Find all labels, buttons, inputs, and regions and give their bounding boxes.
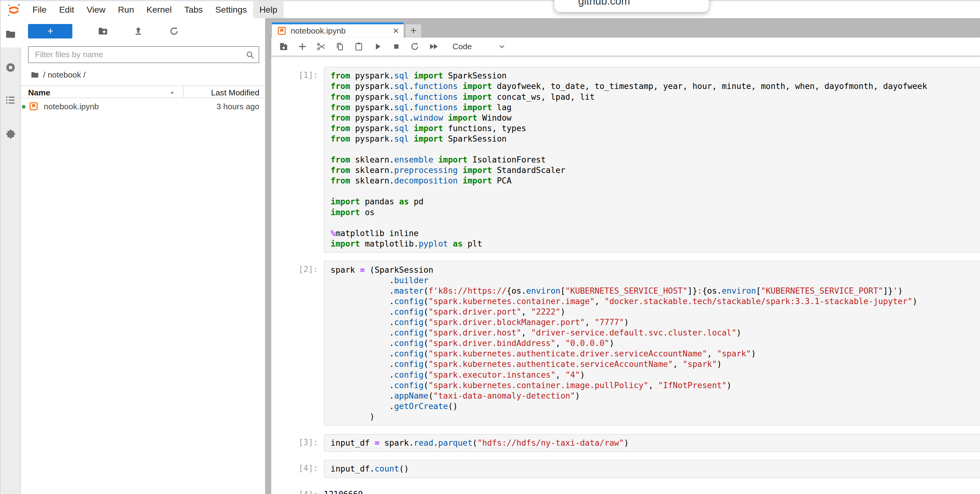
code-line: .getOrCreate(): [331, 401, 980, 411]
menu-item-tabs[interactable]: Tabs: [178, 1, 209, 18]
notebook-cell: [4]:input_df.count(): [271, 460, 980, 478]
code-line: [331, 218, 980, 228]
filter-files-box: [28, 46, 259, 63]
menu-item-view[interactable]: View: [80, 1, 112, 18]
notebook-content: [1]:from pyspark.sql import SparkSession…: [271, 56, 980, 494]
code-line: .config("spark.driver.bindAddress", "0.0…: [331, 338, 980, 348]
notebook-cell: [2]:spark = (SparkSession .builder .mast…: [271, 261, 980, 426]
tab-notebook[interactable]: notebook.ipynb ×: [272, 22, 404, 38]
cell-input-editor[interactable]: spark = (SparkSession .builder .master(f…: [324, 261, 980, 426]
code-line: .builder: [331, 275, 980, 286]
code-line: .config("spark.driver.port", "2222"): [331, 307, 980, 317]
run-icon[interactable]: [372, 41, 382, 51]
insert-cell-icon[interactable]: [298, 41, 307, 51]
code-line: .master(f'k8s://https://{os.environ["KUB…: [331, 286, 980, 296]
chevron-down-icon[interactable]: [498, 43, 506, 50]
menu-item-help[interactable]: Help: [253, 1, 283, 18]
file-browser-icon[interactable]: [5, 29, 16, 40]
code-line: [331, 144, 980, 154]
file-list-header: Name Last Modified: [21, 86, 265, 98]
cell-input-editor[interactable]: from pyspark.sql import SparkSessionfrom…: [324, 67, 980, 253]
code-line: import matplotlib.pyplot as plt: [331, 238, 980, 249]
breadcrumb[interactable]: / notebook /: [30, 70, 85, 80]
file-list-item[interactable]: notebook.ipynb 3 hours ago: [21, 98, 265, 114]
cell-prompt: [2]:: [271, 261, 324, 426]
menu-item-file[interactable]: File: [26, 1, 52, 18]
filter-files-input[interactable]: [29, 47, 259, 62]
column-header-name[interactable]: Name: [28, 88, 50, 98]
code-line: from sklearn.preprocessing import Standa…: [331, 165, 980, 175]
table-of-contents-icon[interactable]: [5, 94, 16, 106]
file-last-modified: 3 hours ago: [216, 102, 259, 111]
cell-input-editor[interactable]: input_df = spark.read.parquet("hdfs://hd…: [324, 434, 980, 452]
tab-bar: notebook.ipynb × +: [271, 18, 980, 38]
github-popup-text: github.com: [578, 0, 630, 6]
restart-kernel-icon[interactable]: [410, 41, 420, 51]
menu-item-edit[interactable]: Edit: [53, 1, 81, 18]
code-line: input_df = spark.read.parquet("hdfs://hd…: [331, 438, 980, 448]
column-separator: [183, 86, 184, 98]
cell-output-text: 12106669: [324, 486, 980, 494]
menu-items: FileEditViewRunKernelTabsSettingsHelp: [26, 1, 283, 18]
code-line: .config("spark.kubernetes.authenticate.s…: [331, 359, 980, 369]
breadcrumb-path: / notebook /: [43, 70, 86, 80]
code-line: .appName("taxi-data-anomaly-detection"): [331, 391, 980, 401]
stop-icon[interactable]: [391, 41, 401, 51]
cell-prompt: [3]:: [271, 434, 324, 452]
upload-icon[interactable]: [133, 26, 144, 37]
cell-list: [1]:from pyspark.sql import SparkSession…: [271, 67, 980, 494]
jupyter-logo-icon: [6, 2, 21, 17]
code-line: .config("spark.kubernetes.authenticate.d…: [331, 348, 980, 359]
paste-icon[interactable]: [354, 41, 364, 51]
code-line: from sklearn.decomposition import PCA: [331, 175, 980, 186]
tab-close-icon[interactable]: ×: [393, 27, 399, 35]
code-line: input_df.count(): [331, 464, 980, 474]
code-line: .config("spark.driver.blockManager.port"…: [331, 317, 980, 327]
extension-manager-icon[interactable]: [5, 128, 16, 140]
cut-icon[interactable]: [316, 41, 326, 51]
notebook-tab-icon: [277, 27, 286, 35]
code-line: from sklearn.ensemble import IsolationFo…: [331, 154, 980, 165]
cell-output-row: [4]:12106669: [271, 486, 980, 494]
menu-item-settings[interactable]: Settings: [209, 1, 253, 18]
code-line: from pyspark.sql.functions import concat…: [331, 92, 980, 102]
notebook-cell: [3]:input_df = spark.read.parquet("hdfs:…: [271, 434, 980, 452]
cell-input-editor[interactable]: input_df.count(): [324, 460, 980, 478]
cell-prompt: [4]:: [271, 486, 324, 494]
home-folder-icon[interactable]: [30, 70, 39, 79]
code-line: import os: [331, 207, 980, 218]
copy-icon[interactable]: [335, 41, 345, 51]
menu-bar: FileEditViewRunKernelTabsSettingsHelp: [1, 1, 980, 19]
sort-ascending-icon: [169, 90, 175, 95]
running-kernels-icon[interactable]: [5, 62, 16, 73]
notebook-cell: [1]:from pyspark.sql import SparkSession…: [271, 67, 980, 253]
panel-split-handle[interactable]: [265, 18, 271, 494]
code-line: from pyspark.sql.functions import lag: [331, 102, 980, 113]
code-line: from pyspark.sql import functions, types: [331, 123, 980, 133]
new-launcher-button[interactable]: +: [28, 24, 72, 38]
new-tab-button[interactable]: +: [406, 24, 421, 38]
restart-run-all-icon[interactable]: [429, 41, 438, 51]
new-folder-icon[interactable]: [98, 26, 108, 37]
code-line: from pyspark.sql import SparkSession: [331, 70, 980, 81]
main-area: notebook.ipynb × +: [271, 18, 980, 494]
menu-item-run[interactable]: Run: [112, 1, 140, 18]
cell-type-select[interactable]: Code: [452, 42, 472, 51]
tab-label: notebook.ipynb: [291, 26, 346, 36]
kernel-running-dot: [22, 105, 25, 109]
code-line: %matplotlib inline: [331, 228, 980, 238]
code-line: .config("spark.kubernetes.container.imag…: [331, 380, 980, 391]
file-browser-toolbar: +: [21, 24, 265, 39]
notebook-file-icon: [29, 102, 38, 111]
code-line: from pyspark.sql import SparkSession: [331, 133, 980, 144]
search-icon: [245, 50, 255, 60]
column-header-last-modified[interactable]: Last Modified: [211, 88, 259, 98]
code-line: import pandas as pd: [331, 196, 980, 207]
code-line: .config("spark.kubernetes.container.imag…: [331, 296, 980, 307]
save-icon[interactable]: [278, 41, 288, 51]
menu-item-kernel[interactable]: Kernel: [140, 1, 178, 18]
file-browser-panel: + / notebook /: [21, 18, 265, 494]
refresh-icon[interactable]: [169, 26, 180, 37]
code-line: .config("spark.driver.host", "driver-ser…: [331, 327, 980, 338]
github-popup: github.com: [555, 0, 709, 12]
